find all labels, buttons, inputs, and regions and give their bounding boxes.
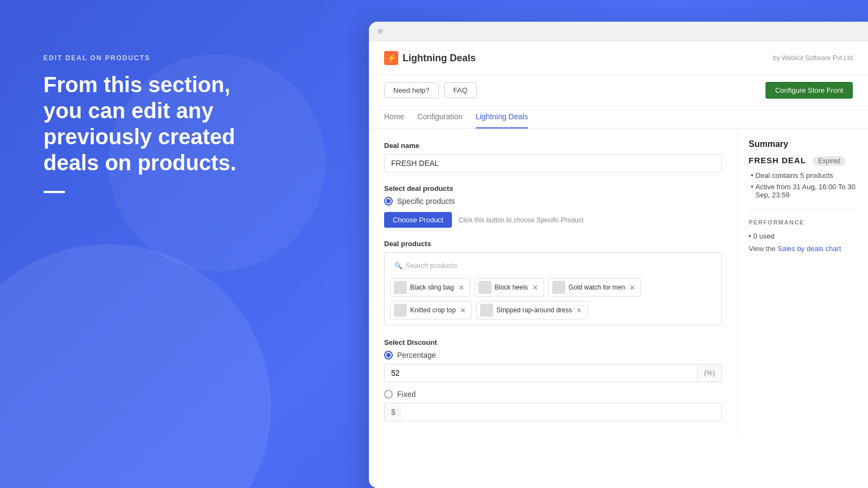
select-deal-products-group: Select deal products Specific products C…	[384, 184, 722, 228]
faq-button[interactable]: FAQ	[444, 82, 477, 98]
tab-configuration[interactable]: Configuration	[417, 106, 462, 129]
product-tag-black-sling-bag: Black sling bag ✕	[390, 278, 470, 297]
main-window: ⚡ Lightning Deals by Webkul Software Pvt…	[369, 22, 868, 488]
bg-blob-1	[0, 244, 271, 488]
product-remove-watch[interactable]: ✕	[629, 284, 635, 292]
summary-deal-name: FRESH DEAL	[749, 156, 806, 165]
summary-bullet-products: Deal contains 5 products	[751, 171, 857, 179]
left-panel: EDIT DEAL ON PRODUCTS From this section,…	[43, 54, 271, 193]
product-thumb-heels	[478, 281, 492, 294]
percentage-radio-option[interactable]: Percentage	[384, 351, 722, 359]
nav-tabs: Home Configuration Lightning Deals	[369, 106, 868, 129]
summary-divider	[749, 209, 857, 209]
expired-badge: Expired	[813, 156, 846, 166]
fixed-input[interactable]	[402, 403, 722, 421]
logo-emoji: ⚡	[387, 54, 396, 62]
app-title: ⚡ Lightning Deals	[384, 51, 476, 65]
product-tag-label: Stripped rap-around dress	[496, 306, 572, 314]
choose-product-hint: Click this button to choose Specific Pro…	[458, 216, 583, 224]
product-tags: Black sling bag ✕ Block heels ✕ Gold wat…	[390, 278, 716, 319]
deal-name-group: Deal name	[384, 142, 722, 172]
tab-home[interactable]: Home	[384, 106, 404, 129]
window-topbar	[369, 22, 868, 41]
need-help-button[interactable]: Need help?	[384, 82, 439, 98]
percentage-suffix: (%)	[698, 364, 722, 382]
select-discount-section: Select Discount Percentage (%) Fixed	[384, 338, 722, 421]
summary-panel: Summary FRESH DEAL Expired Deal contains…	[738, 129, 868, 434]
section-label: EDIT DEAL ON PRODUCTS	[43, 54, 271, 62]
fixed-radio-option[interactable]: Fixed	[384, 390, 722, 399]
search-icon: 🔍	[394, 262, 403, 269]
percentage-radio-dot[interactable]	[384, 351, 393, 359]
deal-name-label: Deal name	[384, 142, 722, 150]
fixed-radio-dot[interactable]	[384, 390, 393, 399]
sales-text: View the	[749, 245, 777, 253]
product-tag-stripped-dress: Stripped rap-around dress ✕	[476, 301, 588, 319]
search-products-area: 🔍 Search products	[390, 258, 716, 273]
product-thumb-dress	[480, 304, 493, 317]
app-content: ⚡ Lightning Deals by Webkul Software Pvt…	[369, 41, 868, 488]
product-thumb-sling	[394, 281, 407, 294]
headline: From this section, you can edit any prev…	[43, 72, 271, 176]
product-tag-knitted-crop-top: Knitted crop top ✕	[390, 301, 472, 319]
product-tag-label: Block heels	[495, 284, 528, 291]
sales-by-deals-link[interactable]: Sales by deals chart	[777, 245, 841, 253]
product-remove-dress[interactable]: ✕	[576, 306, 582, 314]
deal-products-group: Deal products 🔍 Search products Black sl…	[384, 240, 722, 325]
fixed-input-wrap: $	[384, 403, 722, 421]
tab-lightning-deals[interactable]: Lightning Deals	[476, 106, 528, 129]
select-discount-label: Select Discount	[384, 338, 722, 346]
product-thumb-knit	[394, 304, 407, 317]
product-tag-gold-watch: Gold watch for men ✕	[548, 278, 641, 297]
app-toolbar: Need help? FAQ Configure Store Front	[369, 75, 868, 106]
summary-deal-name-row: FRESH DEAL Expired	[749, 156, 857, 166]
product-tag-block-heels: Block heels ✕	[475, 278, 544, 297]
percentage-input-wrap: (%)	[384, 364, 722, 382]
window-dot	[378, 29, 383, 34]
sales-link-row: View the Sales by deals chart	[749, 245, 857, 253]
fixed-label: Fixed	[397, 390, 416, 399]
form-section: Deal name Select deal products Specific …	[369, 129, 738, 434]
product-tag-label: Knitted crop top	[410, 306, 456, 314]
main-body: Deal name Select deal products Specific …	[369, 129, 868, 434]
specific-products-radio-dot[interactable]	[384, 197, 393, 206]
performance-label: PERFORMANCE	[749, 219, 857, 226]
product-thumb-watch	[552, 281, 565, 294]
divider	[43, 191, 65, 193]
product-remove-heels[interactable]: ✕	[532, 284, 538, 292]
specific-products-radio-option[interactable]: Specific products	[384, 197, 722, 206]
perf-used: 0 used	[749, 232, 857, 240]
select-deal-products-label: Select deal products	[384, 184, 722, 192]
summary-bullet-active: Active from 31 Aug, 16:00 To 30 Sep, 23:…	[751, 183, 857, 199]
search-placeholder-text: Search products	[406, 261, 457, 269]
product-tag-label: Black sling bag	[410, 284, 454, 291]
summary-title: Summary	[749, 139, 857, 149]
product-remove-sling[interactable]: ✕	[458, 284, 464, 292]
products-box: 🔍 Search products Black sling bag ✕	[384, 252, 722, 325]
specific-products-label: Specific products	[397, 197, 455, 206]
deal-name-input[interactable]	[384, 154, 722, 172]
fixed-prefix: $	[384, 403, 402, 421]
app-vendor: by Webkul Software Pvt Ltd	[773, 54, 853, 62]
app-title-text: Lightning Deals	[403, 53, 476, 64]
percentage-input[interactable]	[384, 364, 698, 382]
choose-product-button[interactable]: Choose Product	[384, 212, 452, 228]
lightning-logo-icon: ⚡	[384, 51, 398, 65]
product-remove-knit[interactable]: ✕	[460, 306, 466, 314]
configure-store-front-button[interactable]: Configure Store Front	[765, 82, 853, 99]
app-header: ⚡ Lightning Deals by Webkul Software Pvt…	[369, 41, 868, 75]
deal-products-label: Deal products	[384, 240, 722, 248]
product-tag-label: Gold watch for men	[569, 284, 625, 291]
percentage-label: Percentage	[397, 351, 436, 359]
